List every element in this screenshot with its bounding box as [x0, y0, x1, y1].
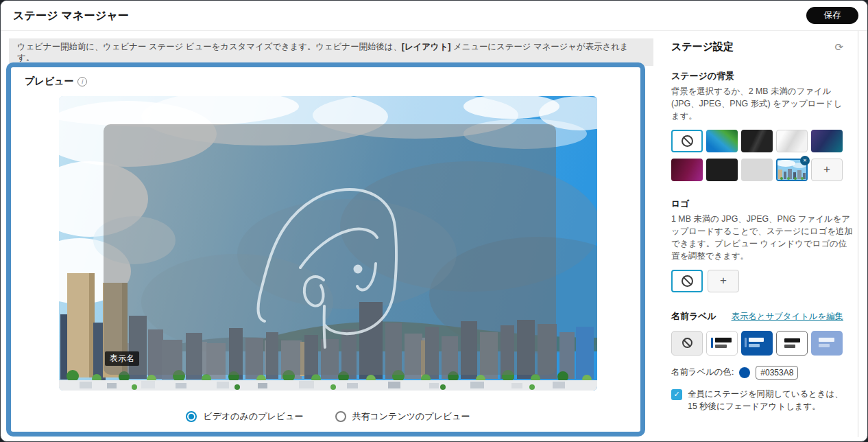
background-bluegreen-swatch[interactable] — [706, 130, 738, 152]
banner-layout-menu-ref: [レイアウト] — [402, 42, 451, 51]
info-icon[interactable]: i — [77, 77, 87, 86]
edit-display-name-link[interactable]: 表示名とサブタイトルを編集 — [732, 311, 843, 323]
preview-title: プレビュー — [25, 75, 73, 88]
none-icon — [682, 135, 693, 147]
name-label-outline-style-swatch[interactable] — [776, 331, 808, 356]
preview-panel: プレビュー i — [6, 62, 645, 437]
background-swatches: ✕ + — [671, 130, 843, 181]
background-gray-swatch[interactable] — [741, 159, 773, 181]
name-label-color-dot[interactable] — [739, 367, 750, 378]
none-icon — [682, 275, 693, 287]
sync-fadeout-label: 全員にステージを同期しているときは、15 秒後にフェードアウトします。 — [688, 388, 843, 413]
page-title: ステージ マネージャー — [13, 9, 129, 23]
background-lightsilk-swatch[interactable] — [776, 130, 808, 152]
banner-line1: ウェビナー開始前に、ウェビナー ステージ ビューをカスタマイズできます。ウェビナ… — [17, 41, 645, 63]
name-label-color-label: 名前ラベルの色: — [671, 367, 734, 378]
background-magenta-swatch[interactable] — [671, 159, 703, 181]
logo-description: 1 MB 未満の JPG、JPEG、PNG ファイルをアップロードすることで、ス… — [671, 213, 855, 263]
remove-background-icon[interactable]: ✕ — [800, 156, 810, 165]
radio-selected-icon[interactable] — [186, 411, 197, 422]
background-black-swatch[interactable] — [706, 159, 738, 181]
sidebar-scrollbar[interactable] — [858, 31, 858, 437]
background-section-title: ステージの背景 — [671, 70, 843, 82]
none-icon — [682, 338, 692, 348]
stage-manager-window: ステージ マネージャー 保存 ウェビナー開始前に、ウェビナー ステージ ビューを… — [0, 0, 868, 442]
plus-icon: + — [823, 163, 830, 176]
preview-header: プレビュー i — [25, 75, 87, 88]
background-darkwave-swatch[interactable] — [741, 130, 773, 152]
name-label-translucent-style-swatch[interactable] — [811, 331, 843, 356]
add-background-button[interactable]: + — [811, 159, 843, 181]
check-icon: ✓ — [673, 390, 679, 399]
name-label-color-value[interactable]: #0353A8 — [756, 366, 798, 380]
stage-overlay — [104, 124, 556, 375]
preview-mode-radios: ビデオのみのプレビュー 共有コンテンツのプレビュー — [59, 410, 597, 423]
stage-settings-sidebar: ステージ設定 ⟳ ステージの背景 背景を選択するか、2 MB 未満のファイル (… — [661, 31, 860, 442]
add-logo-button[interactable]: + — [708, 270, 739, 292]
radio-unselected-icon[interactable] — [335, 411, 346, 422]
header-bar: ステージ マネージャー 保存 — [1, 1, 867, 31]
name-label-accent-style-swatch[interactable] — [706, 331, 738, 356]
background-indigoteal-swatch[interactable] — [811, 130, 843, 152]
plus-icon: + — [720, 274, 727, 288]
background-description: 背景を選択するか、2 MB 未満のファイル (JPG、JPEG、PNG 形式) … — [671, 86, 848, 123]
city-background-image — [59, 96, 597, 391]
radio-shared-content[interactable]: 共有コンテンツのプレビュー — [335, 410, 470, 423]
background-city-swatch-selected[interactable]: ✕ — [776, 159, 808, 181]
sidebar-title: ステージ設定 — [671, 40, 734, 54]
info-banner: ウェビナー開始前に、ウェビナー ステージ ビューをカスタマイズできます。ウェビナ… — [9, 38, 653, 66]
refresh-icon[interactable]: ⟳ — [834, 42, 843, 52]
save-button[interactable]: 保存 — [806, 7, 858, 24]
logo-section-title: ロゴ — [671, 198, 843, 210]
sync-fadeout-checkbox[interactable]: ✓ — [671, 389, 682, 400]
logo-swatches: + — [671, 270, 843, 292]
display-name-label[interactable]: 表示名 — [105, 351, 139, 366]
name-label-filled-style-swatch[interactable] — [741, 331, 773, 356]
background-none-swatch[interactable] — [671, 130, 703, 152]
radio-video-only[interactable]: ビデオのみのプレビュー — [186, 410, 303, 423]
name-label-section-title: 名前ラベル — [671, 310, 716, 323]
name-label-style-swatches — [671, 331, 843, 356]
stage-preview-image[interactable]: 表示名 — [59, 96, 597, 391]
name-label-none-swatch[interactable] — [671, 331, 703, 356]
logo-none-swatch[interactable] — [671, 270, 703, 292]
